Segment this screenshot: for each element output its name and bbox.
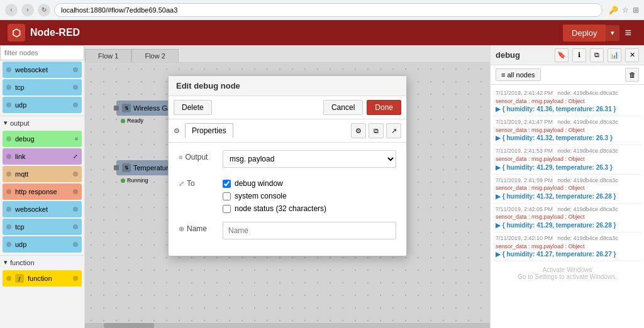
main-layout: websocket tcp udp ▾ output debug ≡ link … xyxy=(0,45,644,328)
modal-overlay: Edit debug node Delete Cancel Done ⚙ Pro… xyxy=(85,63,490,328)
debug-entry-5: 7/11/2019, 2:42:10 PM node: 419db4ce.d8c… xyxy=(493,232,641,261)
canvas-grid[interactable]: ⇅ Wireless Gateway Ready ⇅ Temperature/H… xyxy=(85,63,490,328)
url-bar[interactable] xyxy=(54,3,602,17)
flow-tabs: Flow 1 Flow 2 xyxy=(85,45,490,63)
done-button[interactable]: Done xyxy=(367,100,401,115)
debug-value-4[interactable]: ▶ { humidity: 41.29, temperature: 26.28 … xyxy=(496,221,639,230)
delete-button[interactable]: Delete xyxy=(174,100,212,115)
debug-trash-btn[interactable]: 🗑 xyxy=(625,68,639,82)
node-status-label[interactable]: node status (32 characters) xyxy=(235,204,326,213)
debug-bookmark-btn[interactable]: 🔖 xyxy=(555,48,569,62)
hamburger-menu-button[interactable]: ≡ xyxy=(619,24,636,42)
cancel-button[interactable]: Cancel xyxy=(323,100,363,115)
output-select[interactable]: msg. payload xyxy=(223,150,396,168)
port-left xyxy=(6,189,11,194)
refresh-button[interactable]: ↻ xyxy=(38,4,50,16)
sidebar-item-websocket-in[interactable]: websocket xyxy=(3,62,82,78)
extensions-icon: ⊞ xyxy=(633,6,639,14)
sidebar-item-tcp-out[interactable]: tcp xyxy=(3,219,82,235)
debug-icon: ≡ xyxy=(75,136,78,142)
debug-meta-1: 7/11/2019, 2:41:47 PM node: 419db4ce.d8c… xyxy=(496,118,639,126)
debug-value-2[interactable]: ▶ { humidity: 41.29, temperature: 26.3 } xyxy=(496,163,639,172)
system-console-label[interactable]: system console xyxy=(235,192,287,200)
name-row: ⊕ Name xyxy=(179,222,396,239)
sidebar-item-udp-in[interactable]: udp xyxy=(3,97,82,113)
function-icon: ƒ xyxy=(15,274,24,283)
system-console-checkbox[interactable] xyxy=(223,192,231,200)
tab-flow1[interactable]: Flow 1 xyxy=(85,49,131,62)
debug-value-3[interactable]: ▶ { humidity: 41.32, temperature: 26.28 … xyxy=(496,192,639,201)
activate-windows-watermark: Activate WindowsGo to Settings to activa… xyxy=(493,261,641,285)
debug-controls-btn[interactable]: ⧉ xyxy=(590,48,604,62)
port-right xyxy=(73,242,78,247)
to-icon: ⤢ xyxy=(179,180,184,188)
deploy-button[interactable]: Deploy xyxy=(563,25,606,41)
browser-bar: ‹ › ↻ 🔑 ☆ ⊞ xyxy=(0,0,644,20)
port-right xyxy=(73,67,78,72)
to-label: ⤢ To xyxy=(179,177,216,188)
filter-nodes-input[interactable] xyxy=(0,45,84,60)
debug-window-row: debug window xyxy=(223,179,396,188)
back-button[interactable]: ‹ xyxy=(5,4,18,16)
canvas-area[interactable]: Flow 1 Flow 2 ⇅ Wireless Gateway Ready xyxy=(85,45,490,328)
debug-meta-4: 7/11/2019, 2:42:05 PM node: 419db4ce.d8c… xyxy=(496,205,639,214)
sidebar-item-udp-out[interactable]: udp xyxy=(3,236,82,253)
port-left xyxy=(6,85,11,90)
tab-properties[interactable]: Properties xyxy=(185,123,233,138)
modal-toolbar: Delete Cancel Done xyxy=(169,96,406,119)
chevron-icon: ▾ xyxy=(4,258,8,266)
debug-window-label[interactable]: debug window xyxy=(235,179,283,188)
port-right xyxy=(73,207,78,212)
debug-value-5[interactable]: ▶ { humidity: 41.27, temperature: 26.27 … xyxy=(496,250,639,259)
port-left xyxy=(6,154,11,159)
debug-panel: debug 🔖 ℹ ⧉ 📊 ✕ ≡ all nodes 🗑 7/11/2019,… xyxy=(490,45,644,328)
port-right xyxy=(73,172,78,177)
debug-entry-3: 7/11/2019, 2:41:59 PM node: 419db4ce.d8c… xyxy=(493,175,641,204)
port-left xyxy=(6,136,11,141)
sidebar-item-mqtt-out[interactable]: mqtt xyxy=(3,166,82,182)
debug-chart-btn[interactable]: 📊 xyxy=(608,48,621,62)
deploy-dropdown-button[interactable]: ▾ xyxy=(606,25,619,41)
sidebar-item-link[interactable]: link ⤢ xyxy=(3,148,82,165)
lock-icon: 🔑 xyxy=(609,6,618,14)
debug-meta-3: 7/11/2019, 2:41:59 PM node: 419db4ce.d8c… xyxy=(496,177,639,185)
sidebar-spacer xyxy=(0,288,84,300)
sidebar-item-websocket-out[interactable]: websocket xyxy=(3,201,82,217)
logo-icon: ⬡ xyxy=(8,24,25,41)
forward-button[interactable]: › xyxy=(21,4,34,16)
debug-value-0[interactable]: ▶ { humidity: 41.36, temperature: 26.31 … xyxy=(496,105,639,114)
debug-window-checkbox[interactable] xyxy=(223,180,231,188)
sidebar-item-function[interactable]: ƒ function xyxy=(3,270,82,287)
port-left xyxy=(6,172,11,177)
export-icon-btn[interactable]: ↗ xyxy=(386,123,401,138)
tab-flow2[interactable]: Flow 2 xyxy=(131,49,178,62)
settings-icon-btn[interactable]: ⚙ xyxy=(351,123,366,138)
section-header-function[interactable]: ▾ function xyxy=(0,255,84,269)
edit-debug-modal: Edit debug node Delete Cancel Done ⚙ Pro… xyxy=(168,75,407,256)
sidebar-item-debug[interactable]: debug ≡ xyxy=(3,131,82,147)
debug-filter-button[interactable]: ≡ all nodes xyxy=(496,68,541,81)
debug-entry-4: 7/11/2019, 2:42:05 PM node: 419db4ce.d8c… xyxy=(493,204,641,232)
name-input[interactable] xyxy=(223,222,396,239)
debug-entry-2: 7/11/2019, 2:41:53 PM node: 419db4ce.d8c… xyxy=(493,145,641,174)
sidebar-item-http-response[interactable]: http response xyxy=(3,183,82,200)
copy-icon-btn[interactable]: ⧉ xyxy=(369,123,384,138)
port-left xyxy=(6,207,11,212)
debug-entry-0: 7/11/2019, 2:41:42 PM node: 419db4ce.d8c… xyxy=(493,87,641,116)
gear-tab-icon: ⚙ xyxy=(174,127,180,135)
debug-close-btn[interactable]: ✕ xyxy=(625,48,639,62)
section-header-output[interactable]: ▾ output xyxy=(0,116,84,129)
name-icon: ⊕ xyxy=(179,225,184,233)
node-status-checkbox[interactable] xyxy=(223,205,231,213)
sidebar-item-tcp-in[interactable]: tcp xyxy=(3,79,82,96)
port-right xyxy=(73,85,78,90)
debug-path-5: sensor_data : msg.payload : Object xyxy=(496,243,639,251)
debug-value-1[interactable]: ▶ { humidity: 41.32, temperature: 26.3 } xyxy=(496,134,639,143)
app-name: Node-RED xyxy=(30,27,80,38)
debug-meta-5: 7/11/2019, 2:42:10 PM node: 419db4ce.d8c… xyxy=(496,234,639,243)
debug-info-btn[interactable]: ℹ xyxy=(572,48,586,62)
logo-area: ⬡ Node-RED xyxy=(8,24,80,41)
node-status-row: node status (32 characters) xyxy=(223,204,396,213)
port-left xyxy=(6,224,11,229)
port-left xyxy=(6,276,11,281)
